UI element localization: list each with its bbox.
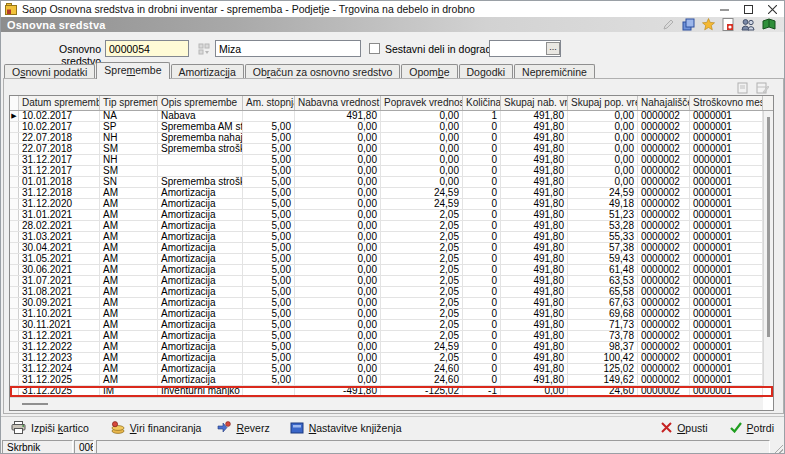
grid-cell[interactable]: 2,05 [381, 254, 463, 264]
grid-cell[interactable]: 24,60 [381, 364, 463, 374]
grid-cell[interactable]: 5,00 [243, 265, 295, 275]
grid-cell[interactable]: -491,80 [295, 386, 381, 396]
grid-cell[interactable]: 0000001 [690, 254, 763, 264]
funding-sources-button[interactable]: Viri financiranja [111, 421, 202, 434]
grid-row[interactable]: 30.11.2021AMAmortizacija5,000,002,050491… [10, 320, 773, 331]
grid-cell[interactable]: 0000001 [690, 232, 763, 242]
grid-cell[interactable]: 0000002 [638, 232, 690, 242]
grid-cell[interactable]: 0 [463, 364, 501, 374]
grid-cell[interactable]: Amortizacija [158, 320, 243, 330]
grid-cell[interactable]: 0 [463, 309, 501, 319]
grid-cell[interactable]: 28.02.2021 [19, 221, 100, 231]
grid-cell[interactable]: 22.07.2018 [19, 133, 100, 143]
grid-cell[interactable]: Amortizacija [158, 221, 243, 231]
grid-cell[interactable]: 24,59 [568, 188, 638, 198]
grid-cell[interactable]: 0000002 [638, 144, 690, 154]
grid-cell[interactable]: 5,00 [243, 155, 295, 165]
grid-cell[interactable]: 0000002 [638, 353, 690, 363]
grid-cell[interactable]: 0000002 [638, 177, 690, 187]
grid-cell[interactable]: 491,80 [501, 111, 568, 121]
grid-cell[interactable] [158, 166, 243, 176]
grid-cell[interactable]: AM [100, 309, 158, 319]
grid-cell[interactable]: 0 [463, 166, 501, 176]
grid-cell[interactable]: 98,37 [568, 342, 638, 352]
grid-cell[interactable]: 0,00 [501, 386, 568, 396]
grid-cell[interactable]: 0000001 [690, 221, 763, 231]
grid-cell[interactable]: 5,00 [243, 133, 295, 143]
grid-cell[interactable]: Amortizacija [158, 188, 243, 198]
grid-cell[interactable]: 0000002 [638, 133, 690, 143]
grid-row[interactable]: 31.12.2025AMAmortizacija5,000,0024,60049… [10, 375, 773, 386]
grid-cell[interactable]: 0 [463, 342, 501, 352]
grid-cell[interactable]: AM [100, 221, 158, 231]
grid-cell[interactable]: 0 [463, 133, 501, 143]
grid-cell[interactable]: Amortizacija [158, 309, 243, 319]
grid-cell[interactable]: 10.02.2017 [19, 111, 100, 121]
grid-cell[interactable]: 0 [463, 221, 501, 231]
grid-cell[interactable]: 0,00 [568, 155, 638, 165]
grid-cell[interactable]: 2,05 [381, 331, 463, 341]
grid-cell[interactable]: 0,00 [295, 342, 381, 352]
tab-obra-un-za-osnovno-sredstvo[interactable]: Obračun za osnovno sredstvo [245, 64, 401, 79]
grid-cell[interactable]: 63,53 [568, 276, 638, 286]
posting-settings-button[interactable]: Nastavitve knjiženja [290, 422, 402, 434]
grid-cell[interactable]: 0,00 [295, 188, 381, 198]
grid-cell[interactable]: 491,80 [501, 276, 568, 286]
grid-cell[interactable]: 0000001 [690, 309, 763, 319]
grid-cell[interactable]: 2,05 [381, 221, 463, 231]
grid-cell[interactable]: 0000002 [638, 287, 690, 297]
grid-row[interactable]: 31.01.2021AMAmortizacija5,000,002,050491… [10, 210, 773, 221]
grid-cell[interactable]: 0 [463, 210, 501, 220]
grid-cell[interactable]: 69,68 [568, 309, 638, 319]
grid-cell[interactable]: 0,00 [568, 144, 638, 154]
tab-dogodki[interactable]: Dogodki [459, 64, 514, 79]
grid-cell[interactable]: 0000002 [638, 375, 690, 385]
grid-row[interactable]: 10.02.2017SPSprememba AM stopnje5,000,00… [10, 122, 773, 133]
grid-cell[interactable]: 1 [463, 111, 501, 121]
reverz-button[interactable]: Reverz [217, 421, 269, 434]
grid-cell[interactable]: 0,00 [295, 166, 381, 176]
grid-cell[interactable]: 0,00 [295, 144, 381, 154]
grid-cell[interactable]: Amortizacija [158, 243, 243, 253]
grid-cell[interactable]: 2,05 [381, 276, 463, 286]
grid-cell[interactable]: 0 [463, 144, 501, 154]
grid-cell[interactable]: 5,00 [243, 122, 295, 132]
grid-cell[interactable]: 491,80 [501, 188, 568, 198]
grid-cell[interactable]: 0000001 [690, 243, 763, 253]
grid-cell[interactable]: 491,80 [501, 364, 568, 374]
grid-cell[interactable]: 0,00 [295, 364, 381, 374]
asset-name-input[interactable] [215, 40, 361, 57]
grid-cell[interactable]: 5,00 [243, 276, 295, 286]
grid-cell[interactable]: 2,05 [381, 210, 463, 220]
grid-cell[interactable]: Inventurni manjko [158, 386, 243, 396]
grid-cell[interactable]: 491,80 [501, 199, 568, 209]
grid-cell[interactable]: 491,80 [501, 243, 568, 253]
grid-cell[interactable]: 0000001 [690, 166, 763, 176]
grid-cell[interactable]: Amortizacija [158, 254, 243, 264]
grid-row[interactable]: 31.12.2023AMAmortizacija5,000,002,050491… [10, 353, 773, 364]
grid-cell[interactable]: 0,00 [381, 155, 463, 165]
grid-row[interactable]: 28.02.2021AMAmortizacija5,000,002,050491… [10, 221, 773, 232]
grid-cell[interactable]: 0000002 [638, 188, 690, 198]
column-header[interactable]: Am. stopnja [243, 96, 295, 110]
grid-cell[interactable]: 2,05 [381, 309, 463, 319]
grid-cell[interactable]: 149,62 [568, 375, 638, 385]
grid-cell[interactable]: SP [100, 122, 158, 132]
maximize-button[interactable] [736, 1, 760, 17]
grid-cell[interactable]: 0 [463, 320, 501, 330]
grid-cell[interactable]: 0,00 [295, 276, 381, 286]
grid-cell[interactable]: 491,80 [501, 210, 568, 220]
horizontal-scrollbar[interactable] [10, 397, 763, 410]
grid-cell[interactable]: NH [100, 155, 158, 165]
grid-cell[interactable]: Amortizacija [158, 364, 243, 374]
grid-cell[interactable]: AM [100, 331, 158, 341]
grid-cell[interactable]: 0 [463, 122, 501, 132]
grid-cell[interactable]: 0,00 [295, 331, 381, 341]
grid-cell[interactable]: AM [100, 232, 158, 242]
close-button[interactable] [760, 1, 784, 17]
grid-cell[interactable]: 491,80 [501, 155, 568, 165]
grid-cell[interactable]: 491,80 [501, 221, 568, 231]
grid-row[interactable]: 31.08.2021AMAmortizacija5,000,002,050491… [10, 287, 773, 298]
grid-cell[interactable]: SM [100, 166, 158, 176]
grid-cell[interactable]: 0000002 [638, 155, 690, 165]
